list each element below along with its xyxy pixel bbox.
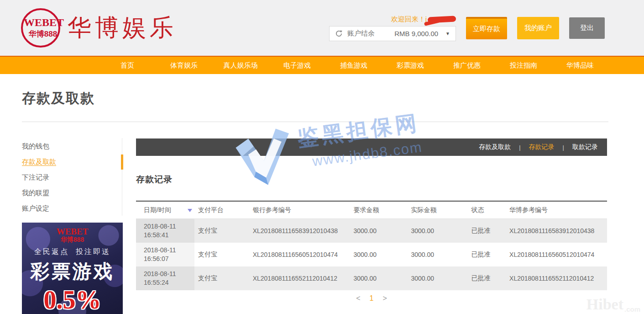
sidebar: 我的钱包 存款及取款 下注记录 我的联盟 账户设定 WEBET 华博888 全民…: [22, 138, 122, 314]
nav-item-sports[interactable]: 体育娱乐: [156, 57, 212, 74]
nav-item-betting-guide[interactable]: 投注指南: [495, 57, 552, 74]
cell-requested: 3000.00: [350, 243, 408, 266]
cell-date-time: 2018-08-1116:58:41: [136, 219, 194, 243]
welcome-text: 欢迎回来！j: [391, 15, 427, 24]
table-header-row: 日期/时间 支付平台 银行参考编号 要求金额 实际金额 状态 华博参考编号: [136, 201, 607, 219]
corner-watermark-suffix: .com: [624, 305, 640, 313]
deposit-records-table: 日期/时间 支付平台 银行参考编号 要求金额 实际金额 状态 华博参考编号 20…: [136, 201, 607, 290]
col-actual-amount: 实际金额: [407, 201, 467, 219]
col-payment-platform: 支付平台: [194, 201, 249, 219]
cell-date: 2018-08-11: [144, 222, 191, 231]
balance-group: 欢迎回来！j 账户结余 RMB 9,000.00 ▼: [329, 15, 456, 41]
sidebar-item-label: 账户设定: [22, 204, 49, 212]
sort-desc-icon[interactable]: [188, 209, 192, 212]
cell-date: 2018-08-11: [144, 246, 191, 255]
logo-circle-icon: WEBET 华博888: [21, 8, 60, 48]
tab-separator: |: [519, 144, 520, 151]
banner-logo: WEBET 华博888: [57, 227, 89, 243]
my-account-button[interactable]: 我的账户: [517, 17, 559, 39]
banner-title: 彩票游戏: [31, 259, 115, 284]
tab-deposit-records[interactable]: 存款记录: [529, 143, 555, 151]
sidebar-item-label: 我的联盟: [22, 189, 49, 197]
sidebar-item-label: 存款及取款: [22, 158, 56, 165]
balance-widget[interactable]: 账户结余 RMB 9,000.00 ▼: [329, 26, 456, 41]
pagination: < 1 >: [136, 294, 607, 303]
sidebar-item-label: 下注记录: [22, 173, 49, 181]
table-row: 2018-08-1116:56:07 支付宝 XL201808111656051…: [136, 243, 607, 266]
nav-item-home[interactable]: 首页: [99, 57, 156, 74]
logo-sub-text: 华博888: [29, 29, 57, 39]
welcome-message: 欢迎回来！j: [391, 15, 456, 24]
cell-date-time: 2018-08-1116:55:24: [136, 266, 194, 290]
cell-time: 16:56:07: [144, 255, 191, 263]
sidebar-item-label: 我的钱包: [22, 142, 49, 150]
site-header: WEBET 华博888 华博娱乐 欢迎回来！j 账户结余 RMB 9,000.0…: [0, 0, 644, 56]
nav-item-lottery[interactable]: 彩票游戏: [382, 57, 439, 74]
tab-separator: |: [563, 144, 564, 151]
col-label: 日期/时间: [144, 206, 171, 213]
cell-platform: 支付宝: [194, 219, 249, 243]
sidebar-item-deposit-withdrawal[interactable]: 存款及取款: [22, 157, 122, 166]
nav-item-promotions[interactable]: 推广优惠: [439, 57, 495, 74]
logo-brand-text: WEBET: [24, 16, 64, 29]
sidebar-item-my-alliance[interactable]: 我的联盟: [22, 188, 122, 197]
table-row: 2018-08-1116:55:24 支付宝 XL201808111655211…: [136, 266, 607, 290]
logout-button[interactable]: 登出: [569, 17, 605, 39]
corner-watermark: Hibet .com: [586, 296, 640, 313]
records-tabbar: 存款及取款 | 存款记录 | 取款记录: [136, 138, 607, 156]
col-requested-amount: 要求金额: [350, 201, 408, 219]
tab-withdrawal-records[interactable]: 取款记录: [572, 143, 598, 151]
sidebar-nav: 我的钱包 存款及取款 下注记录 我的联盟 账户设定: [22, 138, 122, 216]
nav-item-slots[interactable]: 电子游戏: [269, 57, 325, 74]
table-row: 2018-08-1116:58:41 支付宝 XL201808111658391…: [136, 219, 607, 243]
cell-actual: 3000.00: [407, 266, 467, 290]
cell-platform: 支付宝: [194, 266, 249, 290]
sidebar-item-account-settings[interactable]: 账户设定: [22, 204, 122, 213]
prev-page-button[interactable]: <: [356, 294, 360, 303]
site-name: 华博娱乐: [68, 12, 177, 44]
navbar-items: 首页 体育娱乐 真人娱乐场 电子游戏 捕鱼游戏 彩票游戏 推广优惠 投注指南 华…: [0, 57, 644, 74]
refresh-icon[interactable]: [335, 30, 343, 37]
banner-slogan: 全民返点 投注即送: [34, 247, 110, 257]
cell-time: 16:55:24: [144, 278, 191, 287]
cell-time: 16:58:41: [144, 231, 191, 239]
site-logo[interactable]: WEBET 华博888 华博娱乐: [21, 4, 177, 52]
cell-status: 已批准: [467, 266, 506, 290]
tab-deposit-withdrawal[interactable]: 存款及取款: [479, 143, 511, 151]
next-page-button[interactable]: >: [382, 294, 387, 303]
cell-bank-ref: XL2018081116583912010438: [249, 219, 350, 243]
title-divider: [22, 122, 608, 122]
cell-status: 已批准: [467, 243, 506, 266]
records-panel: 存款及取款 | 存款记录 | 取款记录 存款记录 日期/时间 支付平台 银行参考…: [136, 138, 607, 303]
chevron-down-icon[interactable]: ▼: [445, 31, 450, 36]
cell-platform: 支付宝: [194, 243, 249, 266]
cell-requested: 3000.00: [350, 266, 408, 290]
nav-item-live-casino[interactable]: 真人娱乐场: [212, 57, 269, 74]
header-actions: 欢迎回来！j 账户结余 RMB 9,000.00 ▼ 立即存款 我的账户 登出: [329, 0, 605, 56]
banner-brand-text: WEBET: [57, 227, 89, 236]
nav-item-huabo-taste[interactable]: 华博品味: [552, 57, 608, 74]
cell-actual: 3000.00: [407, 219, 467, 243]
lottery-promo-banner[interactable]: WEBET 华博888 全民返点 投注即送 彩票游戏 0.5%: [22, 223, 123, 314]
sidebar-item-betting-records[interactable]: 下注记录: [22, 173, 122, 182]
cell-date: 2018-08-11: [144, 270, 191, 278]
cell-bank-ref: XL2018081116552112010412: [249, 266, 350, 290]
page-title: 存款及取款: [22, 89, 95, 108]
balance-label: 账户结余: [347, 29, 375, 38]
cell-date-time: 2018-08-1116:56:07: [136, 243, 194, 266]
cell-bank-ref: XL2018081116560512010474: [249, 243, 350, 266]
col-bank-ref: 银行参考编号: [249, 201, 350, 219]
page-number[interactable]: 1: [370, 294, 374, 303]
cell-huabo-ref: XL2018081116583912010438: [506, 219, 607, 243]
nav-item-fishing[interactable]: 捕鱼游戏: [325, 57, 382, 74]
balance-amount: RMB 9,000.00: [394, 30, 438, 37]
cell-status: 已批准: [467, 219, 506, 243]
deposit-now-button[interactable]: 立即存款: [466, 17, 507, 39]
cell-requested: 3000.00: [350, 219, 408, 243]
cell-huabo-ref: XL2018081116560512010474: [506, 243, 607, 266]
sidebar-item-my-wallet[interactable]: 我的钱包: [22, 142, 122, 151]
banner-brand-sub: 华博888: [57, 236, 89, 243]
main-navbar: 首页 体育娱乐 真人娱乐场 电子游戏 捕鱼游戏 彩票游戏 推广优惠 投注指南 华…: [0, 56, 644, 74]
main-content: 存款及取款 我的钱包 存款及取款 下注记录 我的联盟 账户设定 WEBET 华博…: [0, 74, 644, 314]
col-status: 状态: [467, 201, 506, 219]
